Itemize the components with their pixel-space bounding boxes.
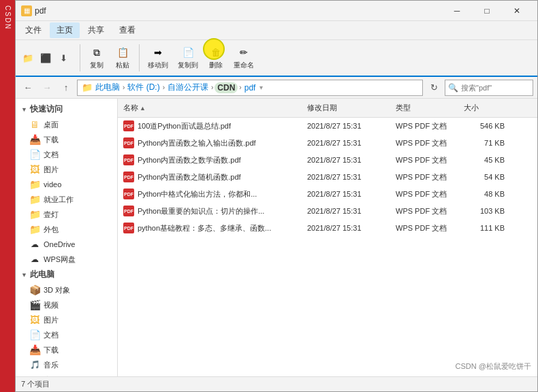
nav-videos[interactable]: 🎬 视频: [16, 297, 117, 312]
content-area: ▼ 快速访问 🖥 桌面 📥 下载 📄 文档 🖼 图片 📁 video: [16, 99, 537, 376]
col-header-date[interactable]: 修改日期: [302, 101, 390, 114]
breadcrumb-cdn[interactable]: CDN: [215, 82, 238, 93]
table-row[interactable]: PDF 100道Python面试题总结.pdf 2021/8/27 15:31 …: [118, 118, 537, 135]
file-size-cell: 71 KB: [458, 138, 513, 148]
file-type-cell: WPS PDF 文档: [390, 137, 458, 149]
back-button[interactable]: ←: [20, 80, 36, 96]
window-title: pdf: [35, 6, 46, 16]
close-button[interactable]: ✕: [502, 1, 532, 21]
file-name: 100道Python面试题总结.pdf: [138, 121, 231, 131]
nav-waibao[interactable]: 📁 外包: [16, 222, 117, 237]
ribbon-copy[interactable]: ⧉ 复制: [84, 43, 109, 73]
rename-icon: ✏: [237, 46, 251, 59]
nav-music[interactable]: 🎵 音乐: [16, 357, 117, 372]
table-row[interactable]: PDF Python最重要的知识点：切片的操作... 2021/8/27 15:…: [118, 203, 537, 220]
forward-button[interactable]: →: [39, 80, 55, 96]
table-row[interactable]: PDF python基础教程：多态、多继承、函数... 2021/8/27 15…: [118, 220, 537, 237]
search-box[interactable]: 🔍: [445, 80, 533, 96]
nav-desktop[interactable]: 🖥 桌面: [16, 117, 117, 132]
ribbon-separator-1: [80, 44, 80, 71]
nav-pictures[interactable]: 🖼 图片: [16, 162, 117, 177]
folder-icon-documents2: 📄: [29, 329, 40, 340]
ribbon-paste[interactable]: 📋 粘贴: [110, 43, 135, 73]
file-name: Python内置函数之随机函数.pdf: [138, 172, 241, 182]
nav-videos-label: 视频: [44, 300, 59, 310]
menu-file[interactable]: 文件: [18, 22, 48, 38]
menu-share[interactable]: 共享: [81, 22, 111, 38]
nav-onedrive[interactable]: ☁ OneDrive: [16, 237, 117, 252]
nav-downloads[interactable]: 📥 下载: [16, 132, 117, 147]
ribbon-quickaccess-1[interactable]: 📁: [20, 50, 36, 66]
file-list-header: 名称 ▲ 修改日期 类型 大小: [118, 99, 537, 118]
csdn-watermark: CSDN @松鼠爱吃饼干: [456, 361, 531, 372]
nav-wpsdisk-label: WPS网盘: [44, 255, 76, 265]
breadcrumb-thispc[interactable]: 此电脑: [94, 82, 121, 93]
maximize-button[interactable]: □: [472, 1, 502, 21]
copy-icon: ⧉: [90, 46, 104, 59]
pdf-icon: PDF: [123, 137, 134, 148]
onedrive-icon: ☁: [29, 239, 40, 250]
table-row[interactable]: PDF Python中格式化输出方法，你都和... 2021/8/27 15:3…: [118, 186, 537, 203]
nav-video[interactable]: 📁 video: [16, 177, 117, 192]
ribbon-quickaccess-3[interactable]: ⬇: [55, 50, 72, 66]
file-name: Python内置函数之输入输出函数.pdf: [138, 138, 256, 148]
nav-wpsdisk[interactable]: ☁ WPS网盘: [16, 252, 117, 267]
nav-pictures2-label: 图片: [44, 315, 59, 325]
address-bar: ← → ↑ 📁 此电脑 › 软件 (D:) › 自游公开课 › CDN › pd…: [16, 77, 537, 99]
ribbon-rename[interactable]: ✏ 重命名: [230, 43, 258, 73]
ribbon-delete[interactable]: 🗑 删除: [204, 43, 228, 73]
col-header-size[interactable]: 大小: [458, 101, 513, 114]
nav-3dobjects[interactable]: 📦 3D 对象: [16, 282, 117, 297]
folder-icon-waibao: 📁: [29, 224, 40, 235]
thispc-arrow: ▼: [21, 272, 27, 278]
pdf-icon: PDF: [123, 206, 134, 216]
title-bar-left: ▦ pdf: [21, 5, 442, 16]
file-type-cell: WPS PDF 文档: [390, 154, 458, 166]
ribbon-moveto[interactable]: ➡ 移动到: [144, 43, 172, 73]
folder-icon-3d: 📦: [29, 284, 40, 295]
nav-thispc-header[interactable]: ▼ 此电脑: [16, 267, 117, 282]
pdf-icon: PDF: [123, 172, 134, 182]
ribbon-quickaccess-2[interactable]: ⬛: [37, 50, 54, 66]
quickaccess-label: 快速访问: [30, 103, 63, 115]
breadcrumb-course[interactable]: 自游公开课: [166, 82, 210, 93]
col-header-type[interactable]: 类型: [390, 101, 458, 114]
nav-work[interactable]: 📁 就业工作: [16, 192, 117, 207]
address-breadcrumb[interactable]: 📁 此电脑 › 软件 (D:) › 自游公开课 › CDN › pdf ▾: [77, 80, 423, 96]
nav-pictures2[interactable]: 🖼 图片: [16, 312, 117, 327]
folder-icon-videos: 🎬: [29, 299, 40, 310]
nav-documents[interactable]: 📄 文档: [16, 147, 117, 162]
breadcrumb-arrow-4: ›: [239, 84, 241, 91]
col-header-name[interactable]: 名称 ▲: [118, 101, 302, 114]
refresh-button[interactable]: ↻: [426, 80, 442, 96]
file-size-cell: 45 KB: [458, 155, 513, 165]
breadcrumb-pdf[interactable]: pdf: [243, 83, 257, 93]
menu-home[interactable]: 主页: [50, 22, 80, 38]
file-type-cell: WPS PDF 文档: [390, 206, 458, 217]
ribbon-copyto[interactable]: 📄 复制到: [174, 43, 202, 73]
pdf-icon: PDF: [123, 223, 134, 233]
wpsdisk-icon: ☁: [29, 254, 40, 265]
table-row[interactable]: PDF Python内置函数之输入输出函数.pdf 2021/8/27 15:3…: [118, 135, 537, 152]
csdn-strip-text: CSDN: [4, 5, 12, 30]
nav-quickaccess-header[interactable]: ▼ 快速访问: [16, 101, 117, 117]
minimize-button[interactable]: ─: [442, 1, 472, 21]
breadcrumb-dropdown-icon[interactable]: ▾: [259, 84, 263, 91]
breadcrumb-drive[interactable]: 软件 (D:): [126, 82, 161, 93]
file-list: 名称 ▲ 修改日期 类型 大小 PDF 100道Python面试题总结.pdf: [118, 99, 537, 376]
menu-view[interactable]: 查看: [112, 22, 142, 38]
file-name-cell: PDF 100道Python面试题总结.pdf: [118, 120, 302, 132]
nav-yideng[interactable]: 📁 壹灯: [16, 207, 117, 222]
up-button[interactable]: ↑: [58, 80, 74, 96]
status-bar: 7 个项目: [16, 376, 537, 391]
file-date-cell: 2021/8/27 15:31: [302, 138, 390, 148]
table-row[interactable]: PDF Python内置函数之数学函数.pdf 2021/8/27 15:31 …: [118, 152, 537, 169]
nav-music-label: 音乐: [44, 360, 59, 370]
table-row[interactable]: PDF Python内置函数之随机函数.pdf 2021/8/27 15:31 …: [118, 169, 537, 186]
file-date-cell: 2021/8/27 15:31: [302, 206, 390, 216]
nav-documents2[interactable]: 📄 文档: [16, 327, 117, 342]
csdn-strip: CSDN: [0, 0, 15, 392]
search-input[interactable]: [461, 84, 530, 92]
file-date-cell: 2021/8/27 15:31: [302, 189, 390, 199]
nav-downloads2[interactable]: 📥 下载: [16, 342, 117, 357]
